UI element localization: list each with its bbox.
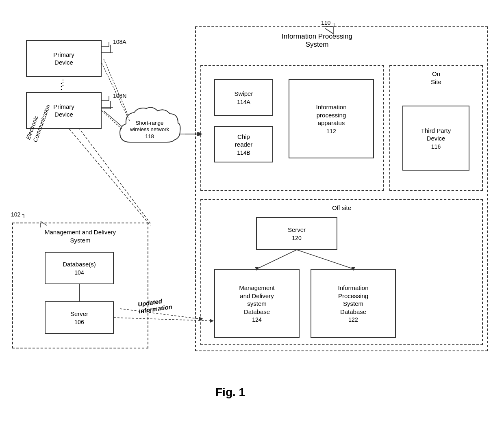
ref-110: 110 ┐ — [321, 19, 336, 26]
diagram: ⋮ PrimaryDevice 108A ⋮ — [0, 0, 504, 437]
info-processing-apparatus-box: Informationprocessingapparatus 112 — [289, 79, 374, 158]
off-site-label: Off site — [201, 204, 482, 212]
tick-108n — [101, 96, 115, 106]
third-party-device-box: Third PartyDevice 116 — [402, 106, 469, 171]
ref-102: 102 ┐ — [11, 211, 26, 218]
server-left-box: Server 106 — [45, 301, 114, 334]
svg-text:wireless network: wireless network — [130, 126, 169, 132]
ref-108n: 108N — [113, 93, 126, 99]
svg-text:118: 118 — [145, 133, 154, 139]
mgmt-delivery-db-box: Managementand DeliverysystemDatabase 124 — [214, 269, 300, 338]
primary-device-a: PrimaryDevice — [26, 40, 102, 77]
swiper-box: Swiper 114A — [214, 79, 273, 116]
on-site-label: OnSite — [390, 70, 482, 86]
dots-separator: ⋮ — [57, 81, 67, 92]
svg-text:Short-range: Short-range — [136, 120, 164, 126]
tick-108a — [101, 42, 115, 52]
fig-label: Fig. 1 — [215, 386, 245, 399]
server-right-box: Server 120 — [256, 217, 337, 250]
database-box: Database(s) 104 — [45, 252, 114, 284]
chip-reader-box: Chipreader 114B — [214, 126, 273, 162]
wireless-network: Short-range wireless network 118 — [114, 104, 185, 156]
info-processing-db-box: InformationProcessingSystemDatabase 122 — [311, 269, 396, 338]
info-processing-system-title: Information ProcessingSystem — [256, 32, 378, 49]
management-delivery-title: Management and DeliverySystem — [13, 228, 148, 244]
